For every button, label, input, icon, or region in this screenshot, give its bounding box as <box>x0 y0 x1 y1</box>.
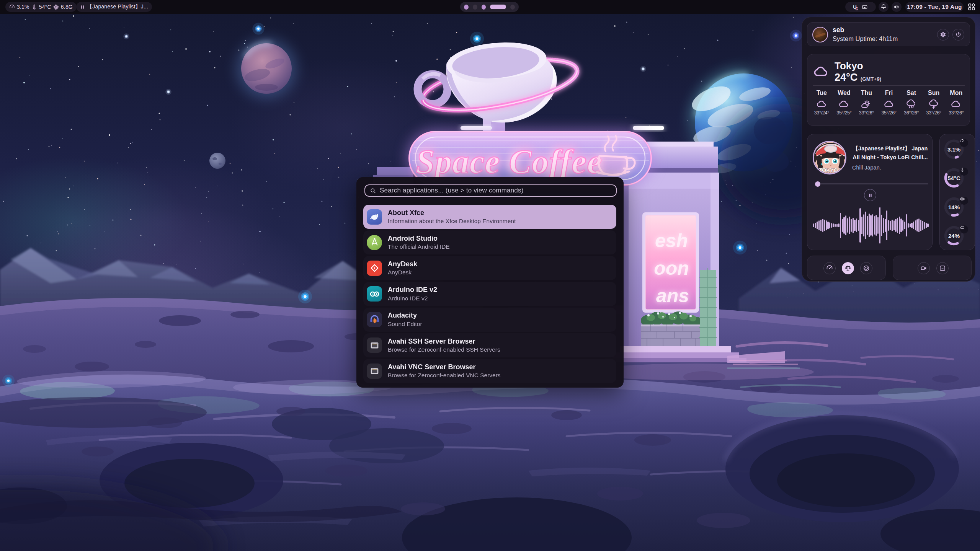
svg-text:esh: esh <box>655 230 688 251</box>
svg-text:Space Coffee: Space Coffee <box>416 143 603 180</box>
svg-text:ans: ans <box>656 285 689 306</box>
svg-text:oon: oon <box>654 258 689 279</box>
